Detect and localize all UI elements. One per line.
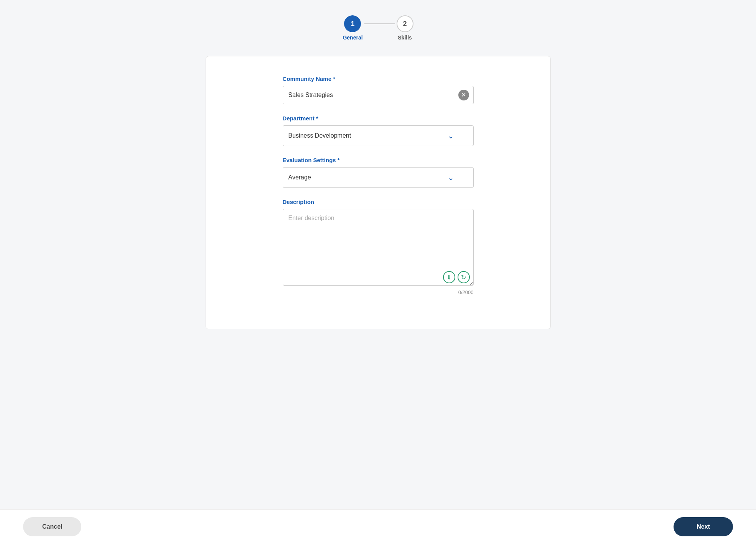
form-card: Community Name * ✕ Department * Business… — [206, 56, 551, 329]
department-label: Department * — [283, 115, 474, 122]
description-field: Description ⇓ ↻ 0/2000 — [283, 199, 474, 295]
department-field: Department * Business Development ⌄ — [283, 115, 474, 146]
evaluation-settings-select-wrapper: Average ⌄ — [283, 167, 474, 188]
clear-community-name-button[interactable]: ✕ — [458, 90, 469, 100]
step-1: 1 General — [343, 15, 362, 41]
footer: Cancel Next — [0, 509, 756, 544]
department-chevron-icon: ⌄ — [448, 131, 454, 140]
evaluation-settings-select[interactable]: Average ⌄ — [283, 167, 474, 188]
cancel-button[interactable]: Cancel — [23, 517, 81, 536]
description-label: Description — [283, 199, 474, 205]
step-connector — [364, 23, 395, 24]
textarea-refresh-icon[interactable]: ↻ — [458, 271, 470, 283]
evaluation-settings-field: Evaluation Settings * Average ⌄ — [283, 157, 474, 188]
evaluation-settings-selected-value: Average — [288, 174, 311, 181]
evaluation-settings-label: Evaluation Settings * — [283, 157, 474, 163]
evaluation-settings-chevron-icon: ⌄ — [448, 173, 454, 182]
next-button[interactable]: Next — [674, 517, 733, 536]
textarea-download-icon[interactable]: ⇓ — [443, 271, 455, 283]
step-1-label: General — [343, 35, 362, 41]
community-name-field: Community Name * ✕ — [283, 76, 474, 104]
step-2: 2 Skills — [397, 15, 413, 41]
department-select[interactable]: Business Development ⌄ — [283, 125, 474, 146]
department-selected-value: Business Development — [288, 132, 351, 139]
step-1-circle: 1 — [344, 15, 361, 32]
description-textarea-wrapper: ⇓ ↻ — [283, 209, 474, 287]
community-name-label: Community Name * — [283, 76, 474, 82]
char-count: 0/2000 — [283, 289, 474, 295]
community-name-input-wrapper: ✕ — [283, 86, 474, 104]
community-name-input[interactable] — [283, 86, 474, 104]
department-select-wrapper: Business Development ⌄ — [283, 125, 474, 146]
textarea-icon-group: ⇓ ↻ — [443, 271, 470, 283]
stepper: 1 General 2 Skills — [343, 15, 413, 41]
step-2-circle: 2 — [397, 15, 413, 32]
step-2-label: Skills — [398, 35, 412, 41]
